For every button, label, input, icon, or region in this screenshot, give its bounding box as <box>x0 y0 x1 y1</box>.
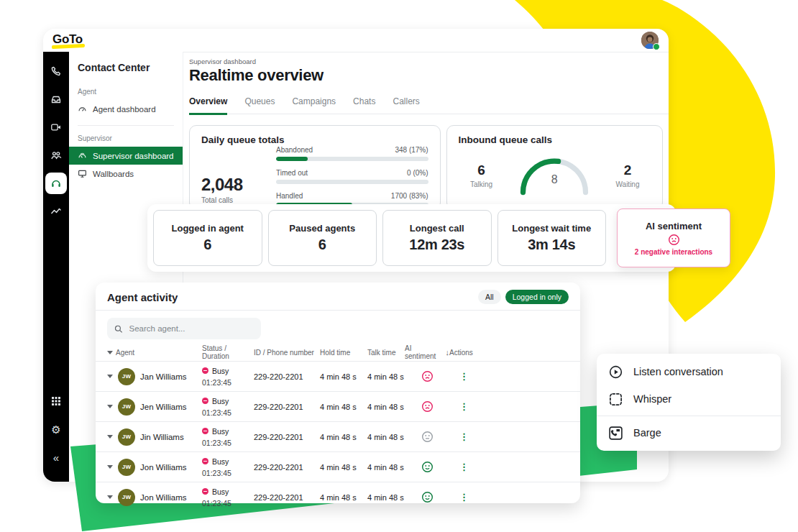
sentiment-cell <box>405 370 449 382</box>
tab-chats[interactable]: Chats <box>353 93 375 114</box>
column-label: AI sentiment <box>405 344 443 360</box>
table-row[interactable]: JWJin WilliamsBusy01:23:45229-220-22014 … <box>96 421 580 451</box>
status-duration: 01:23:45 <box>202 499 254 508</box>
column-header-agent[interactable]: Agent <box>107 349 202 357</box>
column-label: Status / Duration <box>202 344 254 360</box>
gauge-value: 8 <box>515 173 594 186</box>
filter-logged-in-only[interactable]: Logged in only <box>505 290 569 304</box>
row-expand-caret-icon[interactable] <box>107 435 113 439</box>
headset-icon[interactable] <box>45 173 67 194</box>
row-actions-icon[interactable]: ⋮ <box>459 371 469 382</box>
monitor-icon <box>78 169 87 178</box>
column-label: ID / Phone number <box>254 349 314 357</box>
stat-card-longest-call[interactable]: Longest call12m 23s <box>382 210 492 266</box>
column-caret-icon[interactable] <box>107 351 113 354</box>
bar-track <box>276 180 428 184</box>
sentiment-cell <box>405 431 449 443</box>
avatar-initials: JW <box>118 489 135 506</box>
menu-item-listen-conversation[interactable]: Listen conversation <box>597 358 781 385</box>
table-row[interactable]: JWJen WilliamsBusy01:23:45229-220-22014 … <box>96 391 580 421</box>
phone-number: 229-220-2201 <box>254 372 320 381</box>
neutral-face-icon <box>421 431 434 443</box>
actions-cell: ⋮ <box>449 492 569 502</box>
status-label: Busy <box>212 487 229 496</box>
meeting-icon[interactable] <box>45 145 67 166</box>
nav-item-wallboards[interactable]: Wallboards <box>69 165 183 183</box>
stat-card-label: Longest wait time <box>512 223 591 234</box>
talk-time: 4 min 48 s <box>367 463 405 472</box>
talk-time: 4 min 48 s <box>367 372 405 381</box>
agent-cell: JWJon Williams <box>107 459 202 476</box>
positive-face-icon <box>421 461 434 473</box>
gauge-icon <box>78 104 87 114</box>
actions-cell: ⋮ <box>449 372 569 381</box>
status-cell: Busy01:23:45 <box>202 397 254 417</box>
phone-number: 229-220-2201 <box>254 403 320 411</box>
bar-label: Timed out <box>276 169 308 177</box>
agent-name: Jan Williams <box>140 372 187 381</box>
stat-card-longest-wait-time[interactable]: Longest wait time3m 14s <box>497 210 607 266</box>
menu-item-whisper[interactable]: Whisper <box>597 385 781 413</box>
tab-callers[interactable]: Callers <box>393 93 419 114</box>
status-label: Busy <box>212 397 229 405</box>
status-duration: 01:23:45 <box>202 378 254 387</box>
phone-number: 229-220-2201 <box>254 493 320 502</box>
whisper-icon <box>608 392 623 407</box>
stat-card-paused-agents[interactable]: Paused agents6 <box>268 210 377 266</box>
table-row[interactable]: JWJan WilliamsBusy01:23:45229-220-22014 … <box>96 361 580 391</box>
row-actions-icon[interactable]: ⋮ <box>459 492 469 503</box>
tab-campaigns[interactable]: Campaigns <box>292 93 336 114</box>
tab-overview[interactable]: Overview <box>189 93 227 115</box>
nav-item-label: Agent dashboard <box>93 105 156 114</box>
column-header-id-phone-number[interactable]: ID / Phone number <box>254 349 320 357</box>
column-header-actions[interactable]: Actions <box>449 349 569 357</box>
tab-queues[interactable]: Queues <box>244 93 275 114</box>
search-icon <box>114 324 123 334</box>
search-agent-input[interactable] <box>128 324 254 334</box>
row-context-menu: Listen conversationWhisperBarge <box>597 354 781 451</box>
row-expand-caret-icon[interactable] <box>107 495 113 499</box>
row-expand-caret-icon[interactable] <box>107 465 113 469</box>
negative-face-icon <box>421 370 434 382</box>
sentiment-cell <box>405 400 449 413</box>
row-expand-caret-icon[interactable] <box>107 405 113 408</box>
bar-label: Abandoned <box>276 146 313 154</box>
row-actions-icon[interactable]: ⋮ <box>459 431 469 442</box>
row-expand-caret-icon[interactable] <box>107 375 113 378</box>
stat-card-logged-in-agent[interactable]: Logged in agent6 <box>153 210 262 266</box>
talking-label: Talking <box>459 180 505 188</box>
collapse-icon[interactable]: « <box>45 446 67 468</box>
nav-divider <box>78 125 174 126</box>
agent-name: Jon Williams <box>140 463 187 472</box>
menu-item-label: Barge <box>633 427 661 439</box>
video-icon[interactable] <box>45 116 67 138</box>
waiting-value: 2 <box>605 162 651 178</box>
busy-status-icon <box>202 367 208 374</box>
row-actions-icon[interactable]: ⋮ <box>459 401 469 412</box>
status-label: Busy <box>212 457 229 466</box>
table-body: JWJan WilliamsBusy01:23:45229-220-22014 … <box>96 361 580 512</box>
row-actions-icon[interactable]: ⋮ <box>459 462 469 472</box>
busy-status-icon <box>202 458 208 464</box>
phone-icon[interactable] <box>45 60 67 82</box>
column-header-status-duration[interactable]: Status / Duration <box>202 344 254 360</box>
table-row[interactable]: JWJon WilliamsBusy01:23:45229-220-22014 … <box>96 482 580 512</box>
column-header-ai-sentiment[interactable]: AI sentiment↓ <box>405 344 449 360</box>
filter-all[interactable]: All <box>478 290 501 304</box>
column-header-talk-time[interactable]: Talk time <box>367 349 405 357</box>
status-label: Busy <box>212 367 229 375</box>
settings-gear-icon[interactable]: ⚙ <box>45 418 67 440</box>
apps-grid-icon[interactable] <box>45 390 67 412</box>
busy-status-icon <box>202 428 208 434</box>
stat-card-value: 3m 14s <box>528 237 575 253</box>
menu-item-barge[interactable]: Barge <box>597 419 781 446</box>
analytics-icon[interactable] <box>45 201 67 222</box>
column-header-hold-time[interactable]: Hold time <box>320 349 367 357</box>
topbar: GoTo <box>43 29 669 52</box>
nav-item-agent-dashboard[interactable]: Agent dashboard <box>69 100 183 118</box>
agent-cell: JWJen Williams <box>107 398 202 416</box>
table-row[interactable]: JWJon WilliamsBusy01:23:45229-220-22014 … <box>96 451 580 482</box>
inbox-icon[interactable] <box>45 88 67 110</box>
stat-card-ai-sentiment[interactable]: AI sentiment 2 negative interactions <box>617 208 730 267</box>
nav-item-supervisor-dashboard[interactable]: Supervisor dashboard <box>69 147 183 165</box>
